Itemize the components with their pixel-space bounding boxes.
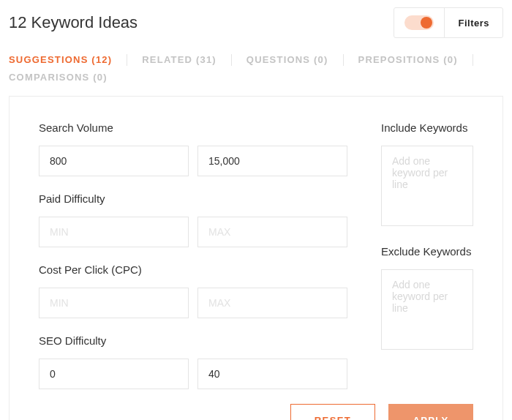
tab-suggestions[interactable]: SUGGESTIONS (12) bbox=[9, 51, 112, 69]
left-column: Search Volume Paid Difficulty Cost Per C… bbox=[39, 121, 347, 389]
exclude-keywords-textarea[interactable] bbox=[381, 269, 473, 350]
page-title: 12 Keyword Ideas bbox=[9, 13, 138, 32]
paid-difficulty-min-input[interactable] bbox=[39, 217, 189, 247]
header: 12 Keyword Ideas Filters bbox=[9, 7, 503, 38]
include-keywords-label: Include Keywords bbox=[381, 121, 473, 134]
search-volume-range bbox=[39, 146, 347, 176]
seo-difficulty-range bbox=[39, 359, 347, 389]
tab-prepositions[interactable]: PREPOSITIONS (0) bbox=[358, 51, 458, 69]
tab-comparisons[interactable]: COMPARISONS (0) bbox=[9, 69, 108, 86]
filters-toggle-cell bbox=[394, 8, 445, 37]
apply-button[interactable]: APPLY bbox=[388, 404, 473, 420]
toggle-knob bbox=[421, 17, 432, 29]
paid-difficulty-max-input[interactable] bbox=[197, 217, 347, 247]
include-keywords-textarea[interactable] bbox=[381, 146, 473, 226]
search-volume-min-input[interactable] bbox=[39, 146, 189, 176]
paid-difficulty-label: Paid Difficulty bbox=[39, 192, 347, 205]
search-volume-label: Search Volume bbox=[39, 121, 347, 134]
filters-columns: Search Volume Paid Difficulty Cost Per C… bbox=[39, 121, 473, 389]
seo-difficulty-max-input[interactable] bbox=[197, 359, 347, 389]
tab-separator bbox=[127, 54, 127, 66]
tab-related[interactable]: RELATED (31) bbox=[142, 51, 217, 69]
filters-label[interactable]: Filters bbox=[445, 8, 502, 37]
tab-separator bbox=[231, 54, 232, 66]
reset-button[interactable]: RESET bbox=[290, 404, 375, 420]
filters-toggle-group: Filters bbox=[394, 7, 503, 38]
cpc-label: Cost Per Click (CPC) bbox=[39, 263, 347, 276]
search-volume-max-input[interactable] bbox=[197, 146, 347, 176]
cpc-min-input[interactable] bbox=[39, 288, 189, 318]
seo-difficulty-label: SEO Difficulty bbox=[39, 334, 347, 347]
tab-separator bbox=[473, 54, 473, 66]
cpc-max-input[interactable] bbox=[197, 288, 347, 318]
tabs: SUGGESTIONS (12) RELATED (31) QUESTIONS … bbox=[9, 51, 503, 86]
filters-panel: Search Volume Paid Difficulty Cost Per C… bbox=[9, 96, 503, 420]
exclude-keywords-label: Exclude Keywords bbox=[381, 245, 473, 258]
seo-difficulty-min-input[interactable] bbox=[39, 359, 189, 389]
cpc-range bbox=[39, 288, 347, 318]
paid-difficulty-range bbox=[39, 217, 347, 247]
right-column: Include Keywords Exclude Keywords bbox=[381, 121, 473, 389]
tab-separator bbox=[343, 54, 344, 66]
tab-questions[interactable]: QUESTIONS (0) bbox=[246, 51, 328, 69]
actions-row: RESET APPLY bbox=[39, 404, 473, 420]
filters-toggle[interactable] bbox=[404, 15, 434, 30]
